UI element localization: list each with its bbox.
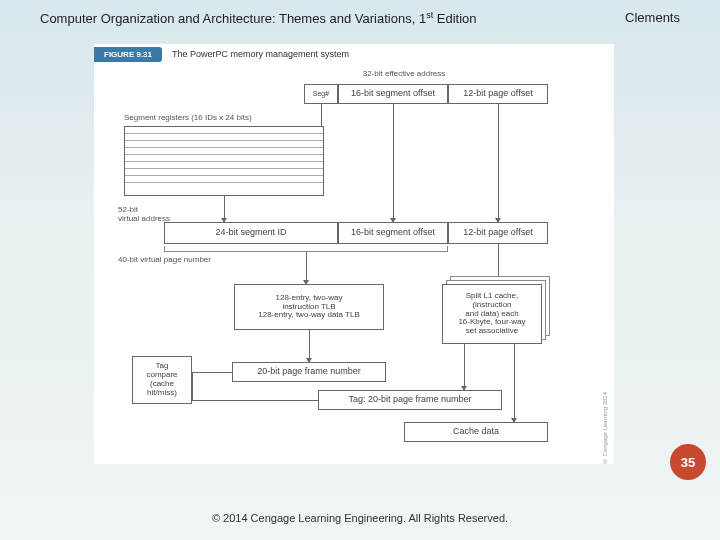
box-ea-pageoff: 12-bit page offset [448, 84, 548, 104]
connector [464, 344, 465, 388]
author-name: Clements [625, 10, 680, 26]
figure-caption: The PowerPC memory management system [172, 49, 349, 59]
box-ea-seg: Seg# [304, 84, 338, 104]
connector [192, 372, 193, 400]
box-va-segoff: 16-bit segment offset [338, 222, 448, 244]
figure-title-bar: FIGURE 9.31 The PowerPC memory managemen… [94, 44, 614, 64]
connector [309, 330, 310, 360]
connector [192, 372, 232, 373]
label-52bit-va: 52-bit virtual address [118, 206, 170, 224]
box-cache-data: Cache data [404, 422, 548, 442]
connector [224, 196, 225, 220]
label-seg-regs: Segment registers (16 IDs x 24 bits) [124, 114, 252, 123]
box-va-pageoff: 12-bit page offset [448, 222, 548, 244]
connector [393, 104, 394, 220]
connector [306, 252, 307, 282]
page-number: 35 [681, 455, 695, 470]
box-tag-compare: Tag compare (cache hit/miss) [132, 356, 192, 404]
connector [514, 344, 515, 420]
connector [321, 104, 322, 126]
title-prefix: Computer Organization and Architecture: … [40, 11, 426, 26]
box-tlb: 128-entry, two-way instruction TLB 128-e… [234, 284, 384, 330]
connector [498, 104, 499, 220]
segment-registers [124, 126, 324, 196]
slide: Computer Organization and Architecture: … [0, 0, 720, 540]
slide-header: Computer Organization and Architecture: … [0, 0, 720, 26]
box-ea-segoff: 16-bit segment offset [338, 84, 448, 104]
label-effective-address: 32-bit effective address [344, 70, 464, 79]
footer-copyright: © 2014 Cengage Learning Engineering. All… [0, 512, 720, 524]
label-vpn: 40-bit virtual page number [118, 256, 211, 265]
box-va-segid: 24-bit segment ID [164, 222, 338, 244]
connector [224, 126, 321, 127]
figure-badge: FIGURE 9.31 [94, 47, 162, 62]
book-title: Computer Organization and Architecture: … [40, 10, 477, 26]
diagram: 32-bit effective address Seg# 16-bit seg… [104, 70, 604, 464]
figure-area: FIGURE 9.31 The PowerPC memory managemen… [94, 44, 614, 464]
figure-credit: © Cengage Learning 2014 [602, 392, 608, 464]
title-suffix: Edition [433, 11, 476, 26]
box-pfn: 20-bit page frame number [232, 362, 386, 382]
box-l1-cache: Split L1 cache, (instruction and data) e… [442, 284, 542, 344]
connector [192, 400, 318, 401]
box-tag: Tag: 20-bit page frame number [318, 390, 502, 410]
page-number-badge: 35 [670, 444, 706, 480]
